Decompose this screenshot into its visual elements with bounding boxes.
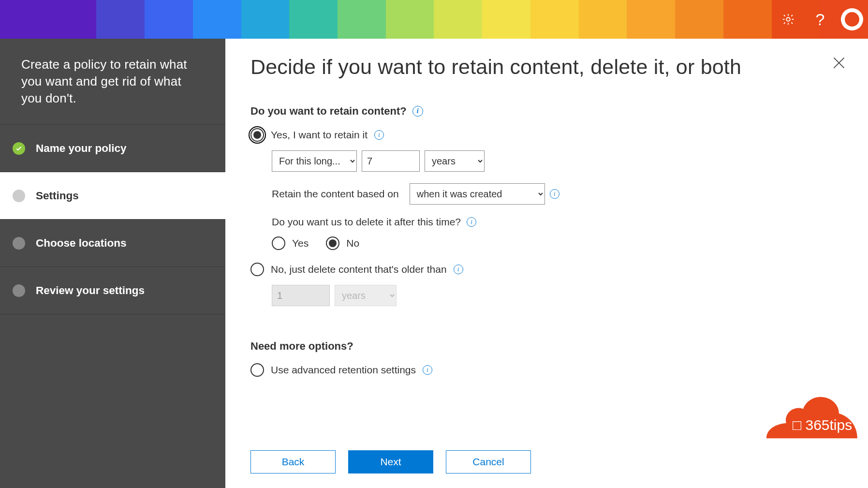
question-retain-content: Do you want to retain content? i xyxy=(250,105,843,118)
wizard-step-label: Settings xyxy=(36,190,79,202)
header-color-ribbon: ? xyxy=(0,0,868,39)
settings-icon[interactable] xyxy=(772,0,804,39)
check-icon xyxy=(13,142,25,155)
step-bullet-icon xyxy=(13,237,25,250)
info-icon[interactable]: i xyxy=(454,265,463,274)
radio-retain-no[interactable]: No, just delete content that's older tha… xyxy=(250,263,843,276)
radio-icon[interactable] xyxy=(272,237,285,250)
info-icon[interactable]: i xyxy=(423,365,432,375)
main-panel: Decide if you want to retain content, de… xyxy=(225,39,868,488)
account-avatar[interactable] xyxy=(836,0,868,39)
radio-label: Yes, I want to retain it xyxy=(271,129,368,141)
select-delete-older-unit: years xyxy=(335,285,397,306)
radio-delete-no[interactable]: No xyxy=(326,237,359,250)
svg-text:□ 365tips: □ 365tips xyxy=(793,417,852,433)
wizard-step-label: Review your settings xyxy=(36,284,145,297)
wizard-step-choose-locations[interactable]: Choose locations xyxy=(0,220,225,267)
wizard-step-review[interactable]: Review your settings xyxy=(0,267,225,314)
info-icon[interactable]: i xyxy=(412,106,423,117)
input-delete-older-value xyxy=(272,285,330,306)
next-button[interactable]: Next xyxy=(348,450,433,473)
radio-icon[interactable] xyxy=(250,263,264,276)
radio-icon[interactable] xyxy=(326,237,339,250)
radio-advanced-settings[interactable]: Use advanced retention settings i xyxy=(250,363,843,377)
svg-point-0 xyxy=(786,17,790,21)
cancel-button[interactable]: Cancel xyxy=(446,450,531,473)
radio-icon[interactable] xyxy=(250,128,264,142)
radio-icon[interactable] xyxy=(250,363,264,377)
info-icon[interactable]: i xyxy=(467,217,476,227)
radio-label: No xyxy=(346,237,359,249)
heading-more-options: Need more options? xyxy=(250,340,843,353)
step-bullet-icon xyxy=(13,190,25,202)
wizard-step-label: Choose locations xyxy=(36,237,127,250)
wizard-sidebar: Create a policy to retain what you want … xyxy=(0,39,225,488)
select-retain-unit[interactable]: years xyxy=(425,150,485,172)
radio-retain-yes[interactable]: Yes, I want to retain it i xyxy=(250,128,843,142)
radio-delete-yes[interactable]: Yes xyxy=(272,237,309,250)
radio-label: Use advanced retention settings xyxy=(271,364,416,376)
watermark-365tips: □ 365tips xyxy=(766,393,857,446)
label-based-on: Retain the content based on xyxy=(272,188,399,200)
close-icon[interactable] xyxy=(831,55,847,71)
sidebar-description: Create a policy to retain what you want … xyxy=(0,39,225,125)
info-icon[interactable]: i xyxy=(374,130,384,140)
question-delete-after: Do you want us to delete it after this t… xyxy=(272,216,843,228)
wizard-footer: Back Next Cancel xyxy=(250,450,531,473)
info-icon[interactable]: i xyxy=(550,189,559,199)
radio-label: Yes xyxy=(292,237,309,249)
input-retain-value[interactable] xyxy=(362,150,420,172)
back-button[interactable]: Back xyxy=(250,450,336,473)
select-retain-mode[interactable]: For this long... xyxy=(272,150,357,172)
radio-label: No, just delete content that's older tha… xyxy=(271,264,447,275)
wizard-step-settings[interactable]: Settings xyxy=(0,172,225,220)
select-based-on[interactable]: when it was created xyxy=(410,183,545,205)
help-icon[interactable]: ? xyxy=(804,0,836,39)
wizard-step-name-policy[interactable]: Name your policy xyxy=(0,125,225,172)
page-title: Decide if you want to retain content, de… xyxy=(250,55,843,79)
step-bullet-icon xyxy=(13,284,25,297)
wizard-step-label: Name your policy xyxy=(36,142,127,155)
